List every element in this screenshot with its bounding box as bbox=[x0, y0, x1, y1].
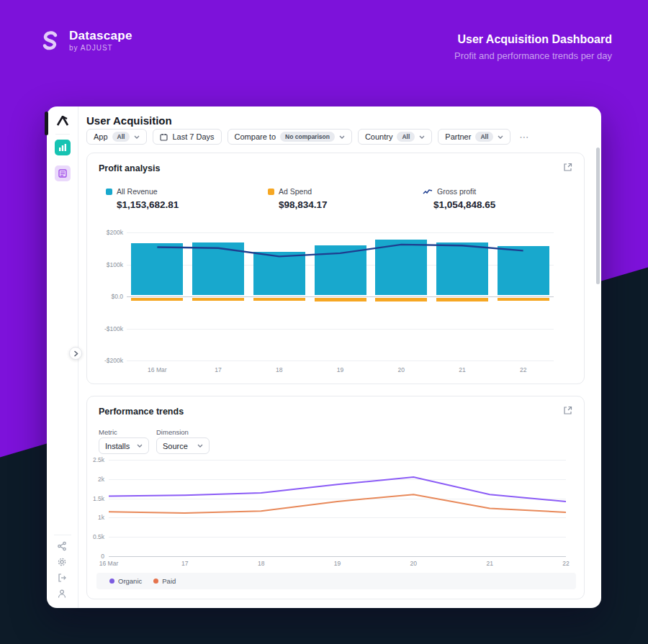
stat-gross-profit: Gross profit $1,054,848.65 bbox=[423, 187, 495, 210]
brand-block: Datascape by ADJUST bbox=[36, 27, 132, 53]
brand-name: Datascape bbox=[69, 29, 132, 43]
legend-label: Paid bbox=[162, 577, 176, 585]
more-filters-button[interactable]: ⋯ bbox=[516, 132, 532, 142]
x-axis-label: 16 Mar bbox=[148, 366, 166, 373]
x-axis-label: 17 bbox=[215, 366, 221, 373]
bar-chart-icon bbox=[58, 143, 67, 152]
y-axis-label: 0.5k bbox=[87, 533, 104, 540]
stat-all-revenue: All Revenue $1,153,682.81 bbox=[106, 187, 179, 210]
sidebar-item-reports[interactable] bbox=[55, 165, 71, 181]
gridline bbox=[127, 360, 554, 361]
dashboard-subtitle: Profit and performance trends per day bbox=[454, 50, 612, 61]
x-axis-label: 17 bbox=[181, 560, 188, 567]
chevron-right-icon bbox=[73, 350, 78, 357]
filter-date-range[interactable]: Last 7 Days bbox=[153, 129, 221, 145]
chevron-down-icon bbox=[498, 135, 503, 139]
y-axis-label: 2.5k bbox=[87, 456, 104, 463]
chevron-down-icon bbox=[419, 135, 425, 139]
x-axis-label: 19 bbox=[337, 366, 343, 373]
expand-icon[interactable] bbox=[562, 405, 574, 417]
sidebar-expand-button[interactable] bbox=[69, 347, 82, 360]
report-icon bbox=[58, 169, 67, 178]
chevron-down-icon bbox=[137, 444, 143, 448]
y-axis-label: 1.5k bbox=[87, 495, 104, 502]
expand-icon[interactable] bbox=[562, 162, 574, 173]
y-axis-label: $200k bbox=[90, 229, 123, 236]
page-title: User Acquisition bbox=[86, 114, 172, 127]
stat-label: All Revenue bbox=[117, 187, 158, 196]
stat-value: $98,834.17 bbox=[279, 199, 328, 210]
x-axis-label: 21 bbox=[486, 560, 492, 567]
adjust-logo-icon bbox=[55, 114, 70, 128]
user-icon[interactable] bbox=[57, 589, 68, 600]
legend-label: Organic bbox=[118, 577, 142, 585]
sidebar-divider-top bbox=[55, 134, 70, 135]
legend-dot bbox=[153, 579, 158, 584]
x-axis-label: 18 bbox=[276, 366, 282, 373]
stat-ad-spend: Ad Spend $98,834.17 bbox=[268, 187, 328, 210]
performance-card-title: Performance trends bbox=[99, 407, 184, 417]
trend-lines bbox=[109, 460, 566, 556]
profit-analysis-card: Profit analysis All Revenue $1,153,682.8… bbox=[86, 153, 585, 384]
filter-partner-value: All bbox=[475, 132, 493, 142]
profit-chart bbox=[127, 232, 554, 360]
legend-item: Paid bbox=[153, 577, 176, 585]
filter-compare[interactable]: Compare to No comparison bbox=[228, 129, 352, 145]
share-icon[interactable] bbox=[57, 541, 68, 553]
x-axis-label: 22 bbox=[562, 560, 569, 567]
dashboard-window: User Acquisition App All Last 7 Days Com… bbox=[47, 106, 601, 608]
filter-partner[interactable]: Partner All bbox=[438, 129, 510, 145]
revenue-swatch bbox=[106, 189, 112, 195]
filter-compare-label: Compare to bbox=[235, 132, 276, 141]
metric-value: Installs bbox=[105, 442, 130, 450]
line-series-icon bbox=[423, 189, 433, 195]
calendar-icon bbox=[160, 133, 168, 141]
filter-bar: App All Last 7 Days Compare to No compar… bbox=[86, 129, 532, 145]
filter-app-value: All bbox=[112, 132, 130, 142]
y-axis-label: 1k bbox=[87, 514, 104, 521]
y-axis-label: $100k bbox=[90, 261, 123, 268]
dimension-value: Source bbox=[163, 442, 188, 450]
x-axis-label: 21 bbox=[459, 366, 465, 373]
y-axis-label: $0.0 bbox=[90, 293, 123, 300]
x-axis-label: 20 bbox=[410, 560, 417, 567]
performance-trends-card: Performance trends Metric Dimension Inst… bbox=[86, 396, 585, 599]
sidebar-item-dashboards[interactable] bbox=[55, 140, 71, 155]
chevron-down-icon bbox=[134, 135, 140, 139]
chevron-down-icon bbox=[339, 135, 345, 139]
filter-country-label: Country bbox=[365, 132, 393, 141]
y-axis-label: 2k bbox=[87, 476, 104, 483]
logout-icon[interactable] bbox=[57, 573, 68, 584]
x-axis-label: 18 bbox=[258, 560, 264, 567]
filter-compare-value: No comparison bbox=[280, 132, 335, 142]
filter-app-label: App bbox=[94, 132, 108, 141]
performance-chart bbox=[109, 460, 566, 556]
filter-partner-label: Partner bbox=[445, 132, 471, 141]
dashboard-title: User Acquisition Dashboard bbox=[454, 33, 612, 46]
filter-date-label: Last 7 Days bbox=[172, 132, 214, 141]
settings-gear-icon[interactable] bbox=[57, 557, 68, 568]
performance-legend: OrganicPaid bbox=[96, 573, 576, 589]
y-axis-label: -$100k bbox=[90, 325, 123, 332]
sidebar-divider-bottom bbox=[54, 535, 71, 535]
gridline bbox=[109, 556, 566, 557]
filter-country[interactable]: Country All bbox=[358, 129, 432, 145]
stat-value: $1,153,682.81 bbox=[117, 199, 179, 210]
filter-country-value: All bbox=[397, 132, 415, 142]
dimension-select[interactable]: Source bbox=[156, 437, 210, 454]
metric-select[interactable]: Installs bbox=[99, 437, 149, 454]
x-axis-label: 22 bbox=[520, 366, 526, 373]
x-axis-label: 20 bbox=[397, 366, 404, 373]
dimension-label: Dimension bbox=[156, 428, 189, 436]
stat-label: Gross profit bbox=[437, 187, 476, 196]
gross-profit-line bbox=[127, 232, 554, 360]
legend-dot bbox=[109, 579, 114, 584]
metric-label: Metric bbox=[99, 428, 117, 436]
y-axis-label: 0 bbox=[87, 553, 104, 560]
vertical-scrollbar[interactable] bbox=[596, 148, 600, 284]
filter-app[interactable]: App All bbox=[86, 129, 147, 145]
profit-card-title: Profit analysis bbox=[99, 163, 160, 173]
y-axis-label: -$200k bbox=[90, 357, 123, 364]
datascape-logo-icon bbox=[36, 27, 62, 53]
stat-value: $1,054,848.65 bbox=[433, 199, 495, 210]
